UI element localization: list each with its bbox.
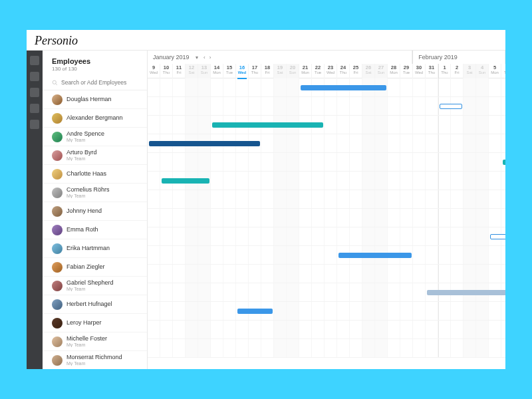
day-cell[interactable]: 11Fri <box>173 64 186 78</box>
search-input[interactable] <box>61 79 140 86</box>
absence-bar[interactable] <box>149 141 260 146</box>
day-cell[interactable]: 14Mon <box>211 64 223 78</box>
absence-bar[interactable] <box>427 290 505 295</box>
timeline-row[interactable] <box>148 339 505 358</box>
day-cell[interactable]: 27Sun <box>375 64 388 78</box>
absence-bar[interactable] <box>212 122 323 128</box>
employee-row[interactable]: Michelle FosterMy Team <box>43 332 147 351</box>
day-cell[interactable]: 2Fri <box>451 64 464 78</box>
timeline-row[interactable] <box>148 97 505 116</box>
employee-row[interactable]: Arturo ByrdMy Team <box>43 146 147 165</box>
timeline-row[interactable] <box>148 134 505 153</box>
day-cell[interactable]: 20Sun <box>287 64 299 78</box>
day-cell[interactable]: 1Thu <box>438 64 451 78</box>
timeline-body[interactable] <box>148 78 505 358</box>
left-nav <box>27 51 43 369</box>
employee-row[interactable]: Monserrat RichmondMy Team <box>43 351 147 369</box>
day-cell[interactable]: 19Sat <box>274 64 287 78</box>
timeline-row[interactable] <box>148 209 505 227</box>
day-cell[interactable]: 31Thu <box>426 64 438 78</box>
employee-team: My Team <box>66 287 114 292</box>
absence-bar[interactable] <box>237 309 273 314</box>
nav-item[interactable] <box>30 120 39 129</box>
day-cell[interactable]: 6Tue <box>501 64 505 78</box>
day-cell[interactable]: 24Thu <box>337 64 350 78</box>
topbar: Personio <box>27 30 505 50</box>
nav-item[interactable] <box>30 56 39 65</box>
employee-row[interactable]: Alexander Bergmann <box>43 109 147 128</box>
day-cell[interactable]: 25Fri <box>350 64 362 78</box>
avatar <box>52 150 63 161</box>
employee-name: Herbert Hufnagel <box>66 301 112 308</box>
employee-row[interactable]: Emma Roth <box>43 221 147 239</box>
days-row: 9Wed10Thu11Fri12Sat13Sun14Mon15Tue16Wed1… <box>148 64 505 78</box>
timeline-row[interactable] <box>148 153 505 172</box>
day-cell[interactable]: 13Sun <box>198 64 211 78</box>
employee-row[interactable]: Erika Hartmman <box>43 239 147 258</box>
timeline-row[interactable] <box>148 78 505 97</box>
day-cell[interactable]: 3Sat <box>464 64 476 78</box>
prev-month-icon[interactable]: ‹ <box>201 55 207 61</box>
employee-name: Johnny Hend <box>66 208 102 215</box>
employee-name: Michelle Foster <box>66 336 107 342</box>
employee-team: My Team <box>66 361 122 366</box>
day-cell[interactable]: 16Wed <box>236 64 249 78</box>
timeline-row[interactable] <box>148 321 505 339</box>
timeline-row[interactable] <box>148 190 505 209</box>
timeline-row[interactable] <box>148 172 505 190</box>
month-label: February 2019 <box>412 51 505 64</box>
employee-row[interactable]: Charlotte Haas <box>43 165 147 184</box>
timeline-row[interactable] <box>148 246 505 265</box>
day-cell[interactable]: 15Tue <box>223 64 236 78</box>
day-cell[interactable]: 29Tue <box>400 64 413 78</box>
search-box[interactable] <box>43 76 147 90</box>
timeline-row[interactable] <box>148 227 505 246</box>
month-label: January 2019▾ ‹› <box>148 51 412 64</box>
day-cell[interactable]: 4Sun <box>476 64 489 78</box>
avatar <box>52 206 63 217</box>
employee-list: Douglas HermanAlexander BergmannAndre Sp… <box>43 90 147 369</box>
month-dropdown-icon[interactable]: ▾ <box>194 55 200 61</box>
nav-item[interactable] <box>30 104 39 113</box>
employee-name: Arturo Byrd <box>66 150 97 156</box>
avatar <box>52 188 63 198</box>
day-cell[interactable]: 21Mon <box>299 64 312 78</box>
absence-bar[interactable] <box>440 104 462 109</box>
day-cell[interactable]: 18Fri <box>261 64 274 78</box>
day-cell[interactable]: 5Mon <box>489 64 501 78</box>
day-cell[interactable]: 23Wed <box>325 64 337 78</box>
employee-row[interactable]: Douglas Herman <box>43 90 147 109</box>
nav-item[interactable] <box>30 88 39 97</box>
nav-item[interactable] <box>30 72 39 81</box>
employee-name: Douglas Herman <box>66 96 112 103</box>
timeline-row[interactable] <box>148 265 505 283</box>
day-cell[interactable]: 10Thu <box>160 64 173 78</box>
employee-row[interactable]: Cornelius RöhrsMy Team <box>43 184 147 202</box>
employee-row[interactable]: Gabriel ShepherdMy Team <box>43 277 147 295</box>
employee-row[interactable]: Leroy Harper <box>43 314 147 332</box>
day-cell[interactable]: 28Mon <box>388 64 400 78</box>
absence-bar[interactable] <box>490 234 505 239</box>
employee-row[interactable]: Fabian Ziegler <box>43 258 147 277</box>
employee-row[interactable]: Andre SpenceMy Team <box>43 128 147 146</box>
employee-row[interactable]: Johnny Hend <box>43 202 147 221</box>
day-cell[interactable]: 12Sat <box>186 64 198 78</box>
absence-bar[interactable] <box>301 85 386 90</box>
day-cell[interactable]: 30Wed <box>413 64 426 78</box>
employee-team: My Team <box>66 342 107 348</box>
next-month-icon[interactable]: › <box>207 55 213 61</box>
timeline-row[interactable] <box>148 116 505 134</box>
employee-name: Leroy Harper <box>66 320 102 327</box>
absence-bar[interactable] <box>503 160 505 165</box>
employee-row[interactable]: Herbert Hufnagel <box>43 295 147 314</box>
day-cell[interactable]: 26Sat <box>362 64 375 78</box>
employee-name: Charlotte Haas <box>66 171 106 178</box>
employee-team: My Team <box>66 194 110 199</box>
day-cell[interactable]: 9Wed <box>148 64 160 78</box>
timeline-row[interactable] <box>148 302 505 321</box>
timeline-row[interactable] <box>148 283 505 302</box>
absence-bar[interactable] <box>162 178 209 184</box>
absence-bar[interactable] <box>338 253 412 258</box>
day-cell[interactable]: 22Tue <box>312 64 325 78</box>
day-cell[interactable]: 17Thu <box>249 64 261 78</box>
